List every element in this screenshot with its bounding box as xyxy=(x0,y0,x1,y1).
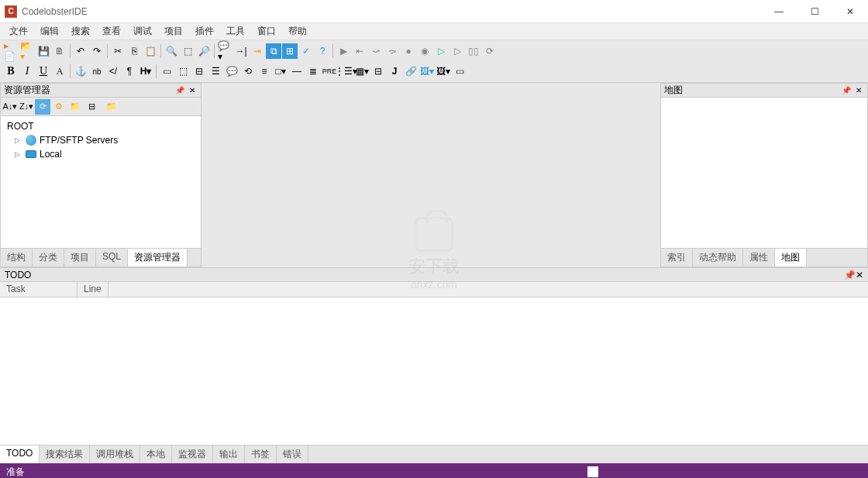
menu-view[interactable]: 查看 xyxy=(96,23,127,40)
tab-structure[interactable]: 结构 xyxy=(1,249,33,267)
paste-icon[interactable]: 📋 xyxy=(143,43,158,59)
minimize-button[interactable]: — xyxy=(761,0,797,23)
run-icon[interactable]: ▶ xyxy=(336,43,351,59)
cut-icon[interactable]: ✂ xyxy=(110,43,126,59)
menu-window[interactable]: 窗口 xyxy=(251,23,282,40)
outdent-icon[interactable]: ⧉ xyxy=(266,43,281,59)
menu-file[interactable]: 文件 xyxy=(3,23,34,40)
menu-search[interactable]: 搜索 xyxy=(65,23,96,40)
heading-icon[interactable]: H▾ xyxy=(138,64,153,79)
table-icon[interactable]: ▦▾ xyxy=(354,64,370,79)
redo-icon[interactable]: ↷ xyxy=(89,43,105,59)
tab-errors[interactable]: 错误 xyxy=(277,445,308,463)
sort-az-icon[interactable]: A↓▾ xyxy=(2,99,18,115)
find-prev-icon[interactable]: ⬚ xyxy=(180,43,195,59)
tab-category[interactable]: 分类 xyxy=(33,249,64,267)
sort-za-icon[interactable]: Z↓▾ xyxy=(19,99,34,115)
col-task[interactable]: Task xyxy=(0,282,78,297)
textarea-icon[interactable]: ☰ xyxy=(208,64,223,79)
form-icon[interactable]: ▭ xyxy=(159,64,174,79)
step-into-icon[interactable]: ⇤ xyxy=(352,43,367,59)
copy-icon[interactable]: ⎘ xyxy=(126,43,142,59)
script-icon[interactable]: J xyxy=(387,64,402,79)
close-panel-icon[interactable]: ✕ xyxy=(856,270,863,280)
col-line[interactable]: Line xyxy=(78,282,108,297)
tab-output[interactable]: 输出 xyxy=(213,445,245,463)
align-icon[interactable]: ≡ xyxy=(257,64,272,79)
tab-properties[interactable]: 属性 xyxy=(743,249,775,267)
stop-icon[interactable]: ◉ xyxy=(417,43,432,59)
media-icon[interactable]: 🖼▾ xyxy=(436,64,451,79)
pin-icon[interactable]: 📌 xyxy=(174,85,185,96)
bold-icon[interactable]: B xyxy=(3,64,19,79)
tab-watch[interactable]: 监视器 xyxy=(172,445,213,463)
save-all-icon[interactable]: 🗎 xyxy=(52,43,67,59)
underline-icon[interactable]: U xyxy=(36,64,51,79)
entity-icon[interactable]: </ xyxy=(105,64,121,79)
tab-bookmarks[interactable]: 书签 xyxy=(245,445,277,463)
expand-arrow-icon[interactable]: ▷ xyxy=(15,150,22,158)
tree-item-local[interactable]: ▷ Local xyxy=(4,147,198,161)
tree-item-ftp[interactable]: ▷ FTP/SFTP Servers xyxy=(4,133,198,147)
tab-local[interactable]: 本地 xyxy=(140,445,172,463)
cell-icon[interactable]: ⊟ xyxy=(370,64,386,79)
menu-debug[interactable]: 调试 xyxy=(127,23,158,40)
tab-project[interactable]: 项目 xyxy=(64,249,96,267)
tab-explorer[interactable]: 资源管理器 xyxy=(128,249,188,267)
italic-icon[interactable]: I xyxy=(19,64,35,79)
maximize-button[interactable]: ☐ xyxy=(797,0,832,23)
goto-icon[interactable]: →| xyxy=(233,43,249,59)
restart-icon[interactable]: ⟳ xyxy=(482,43,498,59)
collapse-icon[interactable]: ⊟ xyxy=(84,99,99,115)
comment-icon[interactable]: 💬▾ xyxy=(217,43,232,59)
menu-plugins[interactable]: 插件 xyxy=(189,23,220,40)
open-folder-icon[interactable]: 📂▾ xyxy=(19,43,35,59)
validate-icon[interactable]: ✓ xyxy=(298,43,314,59)
format-icon[interactable]: ⊞ xyxy=(282,43,298,59)
image-icon[interactable]: 🖼▾ xyxy=(419,64,435,79)
close-panel-icon[interactable]: ✕ xyxy=(853,85,864,96)
link-icon[interactable]: 🔗 xyxy=(403,64,418,79)
new-folder-icon[interactable]: 📁 xyxy=(104,99,119,115)
execute-icon[interactable]: ▷ xyxy=(433,43,449,59)
pre-icon[interactable]: ≣ xyxy=(305,64,321,79)
menu-help[interactable]: 帮助 xyxy=(282,23,313,40)
continue-icon[interactable]: ▷ xyxy=(450,43,465,59)
pin-icon[interactable]: 📌 xyxy=(844,270,856,280)
nbsp-icon[interactable]: nb xyxy=(89,64,105,79)
settings-tree-icon[interactable]: ⚙ xyxy=(51,99,67,115)
folder-tree-icon[interactable]: 📁 xyxy=(67,99,83,115)
menu-project[interactable]: 项目 xyxy=(158,23,189,40)
tab-map[interactable]: 地图 xyxy=(775,249,807,267)
refresh-tree-icon[interactable]: ⟳ xyxy=(35,99,50,115)
undo-icon[interactable]: ↶ xyxy=(73,43,88,59)
save-icon[interactable]: 💾 xyxy=(36,43,51,59)
tab-sql[interactable]: SQL xyxy=(96,249,128,267)
close-button[interactable]: ✕ xyxy=(832,0,868,23)
refresh-icon[interactable]: ⟲ xyxy=(240,64,256,79)
new-file-icon[interactable]: ▸📄 xyxy=(3,43,19,59)
file-tree[interactable]: ROOT ▷ FTP/SFTP Servers ▷ Local xyxy=(1,116,201,248)
tree-root[interactable]: ROOT xyxy=(4,119,198,133)
close-panel-icon[interactable]: ✕ xyxy=(187,85,198,96)
indent-icon[interactable]: ⇥ xyxy=(250,43,265,59)
pause-icon[interactable]: ▯▯ xyxy=(466,43,481,59)
find-icon[interactable]: 🔍 xyxy=(164,43,179,59)
tab-dynamic-help[interactable]: 动态帮助 xyxy=(693,249,743,267)
step-out-icon[interactable]: ⤼ xyxy=(384,43,400,59)
breakpoint-icon[interactable]: ● xyxy=(401,43,416,59)
div-icon[interactable]: □▾ xyxy=(273,64,288,79)
find-next-icon[interactable]: 🔎 xyxy=(196,43,212,59)
button-icon[interactable]: ⊟ xyxy=(191,64,207,79)
tab-call-stack[interactable]: 调用堆栈 xyxy=(90,445,140,463)
tab-index[interactable]: 索引 xyxy=(661,249,693,267)
tab-search-results[interactable]: 搜索结果 xyxy=(40,445,90,463)
anchor-icon[interactable]: ⚓ xyxy=(73,64,88,79)
pin-icon[interactable]: 📌 xyxy=(841,85,852,96)
input-icon[interactable]: ⬚ xyxy=(175,64,191,79)
select-icon[interactable]: 💬 xyxy=(224,64,239,79)
step-over-icon[interactable]: ⤻ xyxy=(368,43,384,59)
menu-tools[interactable]: 工具 xyxy=(220,23,251,40)
help-icon[interactable]: ? xyxy=(315,43,330,59)
hr-icon[interactable]: — xyxy=(289,64,305,79)
